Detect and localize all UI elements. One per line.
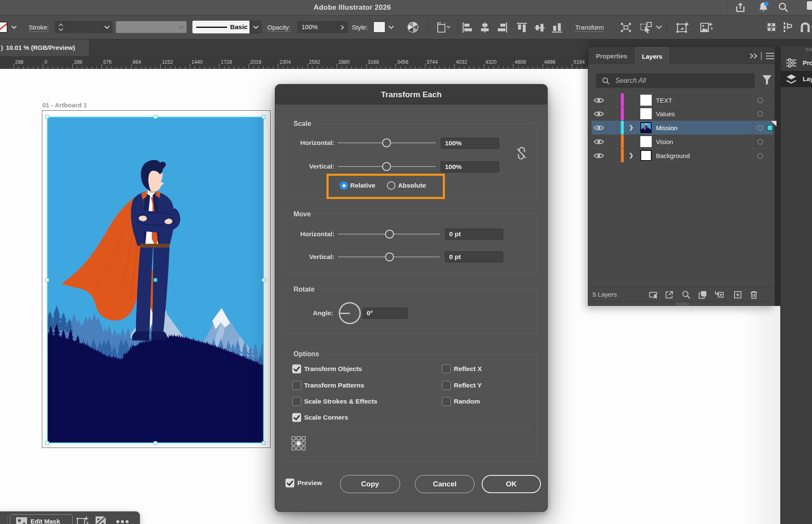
scale-strokes-effects-checkbox[interactable] <box>292 397 301 406</box>
reflect-y-checkbox[interactable] <box>442 381 451 390</box>
generative-image-icon[interactable] <box>699 21 713 34</box>
layer-thumbnail[interactable] <box>640 122 652 133</box>
selection-handle-nw[interactable] <box>45 115 49 119</box>
move-vertical-slider-knob[interactable] <box>385 253 394 262</box>
visibility-eye-icon[interactable] <box>594 97 604 104</box>
generative-icon[interactable] <box>77 516 89 524</box>
duplicate-icon[interactable] <box>698 290 707 299</box>
search-icon[interactable] <box>778 2 789 13</box>
layer-thumbnail[interactable] <box>640 136 652 147</box>
filter-icon[interactable] <box>762 75 772 85</box>
relative-radio[interactable] <box>340 181 348 190</box>
layer-name[interactable]: Mission <box>656 121 678 135</box>
edit-mask-button[interactable]: Edit Mask <box>10 514 73 524</box>
layer-thumbnail[interactable] <box>640 95 652 106</box>
locate-object-icon[interactable] <box>682 290 691 299</box>
random-checkbox[interactable] <box>442 397 451 406</box>
absolute-radio-label[interactable]: Absolute <box>398 182 426 189</box>
stroke-style-preview[interactable]: Basic <box>192 21 250 33</box>
scale-horizontal-field[interactable]: 100% <box>441 138 499 149</box>
reflect-y-label[interactable]: Reflect Y <box>454 382 482 389</box>
double-chevron-icon[interactable] <box>749 53 759 59</box>
tab-layers[interactable]: Layers <box>635 47 669 65</box>
layer-expand-chevron[interactable]: ❯ <box>629 125 635 131</box>
fill-dropdown-chevron-icon[interactable] <box>11 25 17 29</box>
color-wheel-icon[interactable] <box>407 22 419 33</box>
stroke-weight-chevron-icon[interactable] <box>104 25 110 29</box>
search-input[interactable] <box>615 74 742 87</box>
new-sublayer-icon[interactable] <box>715 290 724 299</box>
visibility-eye-icon[interactable] <box>594 110 604 117</box>
layer-target-circle[interactable] <box>757 125 763 131</box>
rotate-angle-dial[interactable] <box>339 302 361 324</box>
search-field[interactable] <box>596 74 754 87</box>
stroke-label[interactable]: Stroke: <box>29 16 49 39</box>
stroke-weight-up-icon[interactable] <box>58 23 63 27</box>
dock-grip[interactable] <box>806 48 812 51</box>
clipping-mask-icon[interactable] <box>649 290 658 299</box>
layer-row-background[interactable]: ❯Background <box>592 149 773 163</box>
preview-checkbox[interactable] <box>285 479 294 488</box>
fill-none-swatch[interactable] <box>0 22 8 33</box>
reflect-x-label[interactable]: Reflect X <box>454 365 482 373</box>
more-options-icon[interactable] <box>116 520 129 524</box>
magnet-icon[interactable] <box>799 22 812 33</box>
align-bottom-icon[interactable] <box>552 22 562 33</box>
panel-menu-icon[interactable] <box>765 52 775 60</box>
reference-point-center[interactable] <box>297 442 300 445</box>
dialog-title-bar[interactable]: Transform Each <box>275 85 547 104</box>
layer-target-circle[interactable] <box>757 98 763 103</box>
align-left-icon[interactable] <box>462 22 473 33</box>
share-icon[interactable] <box>735 2 746 14</box>
stroke-profile-dropdown[interactable] <box>116 21 187 33</box>
no-image-icon[interactable] <box>95 516 107 524</box>
layer-expand-chevron[interactable]: ❯ <box>629 153 635 158</box>
artboard-icon[interactable] <box>435 22 451 33</box>
transform-patterns-label[interactable]: Transform Patterns <box>304 382 364 389</box>
layer-row-mission[interactable]: ❯Mission <box>592 121 773 135</box>
reflect-x-checkbox[interactable] <box>442 365 451 374</box>
panel-resize-grip[interactable] <box>588 301 775 306</box>
align-center-h-icon[interactable] <box>480 22 490 33</box>
scale-vertical-slider-knob[interactable] <box>382 162 391 171</box>
graphic-style-swatch[interactable] <box>373 22 385 33</box>
scale-horizontal-slider-knob[interactable] <box>382 139 391 147</box>
layer-target-circle[interactable] <box>757 139 763 145</box>
transform-objects-checkbox[interactable] <box>292 365 301 374</box>
artboard-label[interactable]: 01 - Artboard 1 <box>42 101 87 109</box>
layer-thumbnail[interactable] <box>640 150 652 161</box>
tab-properties[interactable]: Properties <box>596 47 627 65</box>
align-top-icon[interactable] <box>517 22 527 33</box>
pixel-grid-icon[interactable] <box>766 22 777 33</box>
move-horizontal-field[interactable]: 0 pt <box>445 229 503 240</box>
layer-thumbnail[interactable] <box>640 108 652 119</box>
stroke-weight-control[interactable] <box>55 21 112 33</box>
horizontal-ruler[interactable]: 2880288576864115214401728201623042592288… <box>0 56 588 69</box>
transform-patterns-checkbox[interactable] <box>292 381 301 390</box>
move-horizontal-slider-knob[interactable] <box>385 230 394 239</box>
move-vertical-field[interactable]: 0 pt <box>445 251 503 262</box>
layer-target-circle[interactable] <box>757 111 763 117</box>
stroke-style-dropdown[interactable] <box>250 21 261 33</box>
snap-options-icon[interactable] <box>783 22 794 33</box>
cancel-button[interactable]: Cancel <box>415 475 475 493</box>
layer-name[interactable]: Values <box>656 107 675 121</box>
transform-link[interactable]: Transform <box>575 16 604 39</box>
absolute-radio[interactable] <box>387 181 395 190</box>
transform-objects-label[interactable]: Transform Objects <box>304 365 362 373</box>
notifications-icon[interactable] <box>757 1 769 13</box>
layer-name[interactable]: Vision <box>656 135 673 149</box>
copy-button[interactable]: Copy <box>340 475 400 493</box>
selection-handle-s[interactable] <box>154 441 157 445</box>
collect-export-icon[interactable] <box>665 290 674 299</box>
layer-name[interactable]: Background <box>656 149 690 163</box>
document-tab[interactable]: ) 10.01 % (RGB/Preview) <box>0 39 90 56</box>
unlink-icon[interactable] <box>516 146 527 160</box>
layer-row-text[interactable]: TEXT <box>592 93 773 107</box>
graphic-style-dropdown[interactable] <box>385 22 397 33</box>
ok-button[interactable]: OK <box>482 475 541 493</box>
selection-handle-sw[interactable] <box>45 441 49 445</box>
stroke-weight-down-icon[interactable] <box>58 28 63 31</box>
align-right-icon[interactable] <box>497 22 508 33</box>
selection-handle-ne[interactable] <box>262 115 266 119</box>
